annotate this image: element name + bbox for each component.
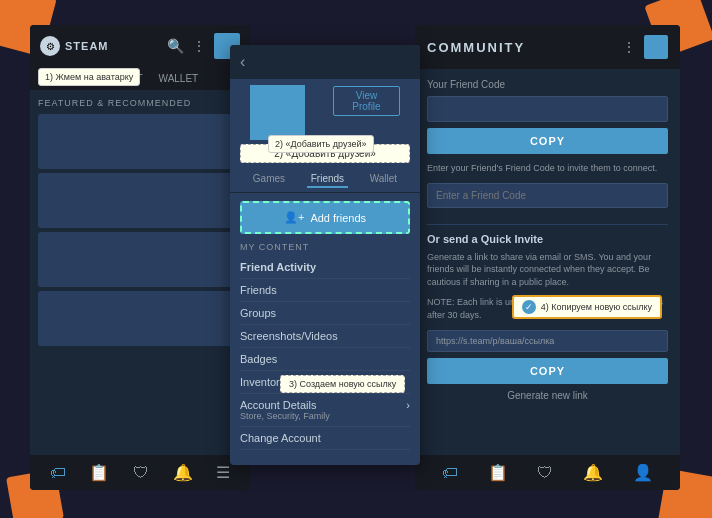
- featured-item-1: [38, 114, 242, 169]
- content-item-screenshots[interactable]: Screenshots/Videos: [240, 325, 410, 348]
- your-friend-code-label: Your Friend Code: [427, 79, 668, 90]
- my-content-label: MY CONTENT: [240, 242, 410, 252]
- community-avatar: [644, 35, 668, 59]
- step-4-tooltip: ✓ 4) Копируем новую ссылку: [512, 295, 662, 319]
- steam-header: ⚙ STEAM 🔍 ⋮: [30, 25, 250, 67]
- steam-client-panel: ⚙ STEAM 🔍 ⋮ МЕНЮ▾ WISHLIST WALLET FEATUR…: [30, 25, 250, 490]
- nav-wallet[interactable]: WALLET: [155, 71, 203, 86]
- steam-logo: ⚙ STEAM: [40, 36, 109, 56]
- bottom-nav-bell[interactable]: 🔔: [173, 463, 193, 482]
- tab-games[interactable]: Games: [249, 171, 289, 188]
- link-url-display: https://s.team/p/ваша/ссылка: [427, 330, 668, 352]
- community-header-right: ⋮: [622, 35, 668, 59]
- enter-friend-code-input[interactable]: [427, 183, 668, 208]
- featured-label: FEATURED & RECOMMENDED: [38, 98, 242, 108]
- content-item-groups[interactable]: Groups: [240, 302, 410, 325]
- content-item-friend-activity[interactable]: Friend Activity: [240, 256, 410, 279]
- community-menu-icon[interactable]: ⋮: [622, 39, 636, 55]
- tab-friends[interactable]: Friends: [307, 171, 348, 188]
- popup-avatar: [250, 85, 305, 140]
- steam-content: FEATURED & RECOMMENDED: [30, 90, 250, 455]
- add-friends-label: Add friends: [310, 212, 366, 224]
- view-profile-button[interactable]: View Profile: [333, 86, 400, 116]
- popup-tabs: Games Friends Wallet: [230, 167, 420, 193]
- community-bottom-shield[interactable]: 🛡: [537, 464, 553, 482]
- step-1-tooltip: 1) Жмем на аватарку: [38, 68, 140, 86]
- content-item-badges[interactable]: Badges: [240, 348, 410, 371]
- featured-item-4: [38, 291, 242, 346]
- add-friends-icon: 👤+: [284, 211, 304, 224]
- popup-back-button[interactable]: ‹: [230, 45, 420, 79]
- steam-bottom-nav: 🏷 📋 🛡 🔔 ☰: [30, 455, 250, 490]
- quick-invite-desc: Generate a link to share via email or SM…: [427, 251, 668, 289]
- community-title: COMMUNITY: [427, 40, 525, 55]
- steam-title: STEAM: [65, 40, 109, 52]
- content-item-change-account[interactable]: Change Account: [240, 427, 410, 450]
- featured-items: [38, 114, 242, 346]
- community-content: Your Friend Code COPY Enter your Friend'…: [415, 69, 680, 455]
- bottom-nav-library[interactable]: 📋: [89, 463, 109, 482]
- step-3-tooltip: 3) Создаем новую ссылку: [280, 375, 405, 393]
- community-bottom-store[interactable]: 🏷: [442, 464, 458, 482]
- check-icon: ✓: [522, 300, 536, 314]
- menu-icon[interactable]: ⋮: [192, 38, 206, 54]
- content-item-friends[interactable]: Friends: [240, 279, 410, 302]
- community-bottom-profile[interactable]: 👤: [633, 463, 653, 482]
- generate-new-link-button[interactable]: Generate new link: [427, 390, 668, 401]
- search-icon[interactable]: 🔍: [167, 38, 184, 54]
- my-content-section: MY CONTENT Friend Activity Friends Group…: [230, 242, 420, 450]
- tab-wallet[interactable]: Wallet: [366, 171, 401, 188]
- copy-link-button[interactable]: COPY: [427, 358, 668, 384]
- bottom-nav-menu[interactable]: ☰: [216, 463, 230, 482]
- friend-code-input[interactable]: [427, 96, 668, 122]
- community-bottom-nav: 🏷 📋 🛡 🔔 👤: [415, 455, 680, 490]
- community-bottom-bell[interactable]: 🔔: [583, 463, 603, 482]
- divider: [427, 224, 668, 225]
- step-4-label: 4) Копируем новую ссылку: [541, 302, 652, 312]
- profile-popup: ‹ View Profile 2) «Добавить друзей» Game…: [230, 45, 420, 465]
- back-arrow-icon: ‹: [240, 53, 245, 71]
- steam-icon: ⚙: [40, 36, 60, 56]
- content-item-account[interactable]: Account Details Store, Security, Family …: [240, 394, 410, 427]
- friend-code-description: Enter your Friend's Friend Code to invit…: [427, 162, 668, 175]
- copy-friend-code-button[interactable]: COPY: [427, 128, 668, 154]
- step-2-tooltip: 2) «Добавить друзей»: [268, 135, 374, 153]
- community-panel: COMMUNITY ⋮ Your Friend Code COPY Enter …: [415, 25, 680, 490]
- bottom-nav-store[interactable]: 🏷: [50, 464, 66, 482]
- community-bottom-library[interactable]: 📋: [488, 463, 508, 482]
- main-container: ⚙ STEAM 🔍 ⋮ МЕНЮ▾ WISHLIST WALLET FEATUR…: [30, 25, 680, 490]
- featured-item-3: [38, 232, 242, 287]
- quick-invite-title: Or send a Quick Invite: [427, 233, 668, 245]
- add-friends-button[interactable]: 👤+ Add friends: [240, 201, 410, 234]
- featured-item-2: [38, 173, 242, 228]
- bottom-nav-shield[interactable]: 🛡: [133, 464, 149, 482]
- community-header: COMMUNITY ⋮: [415, 25, 680, 69]
